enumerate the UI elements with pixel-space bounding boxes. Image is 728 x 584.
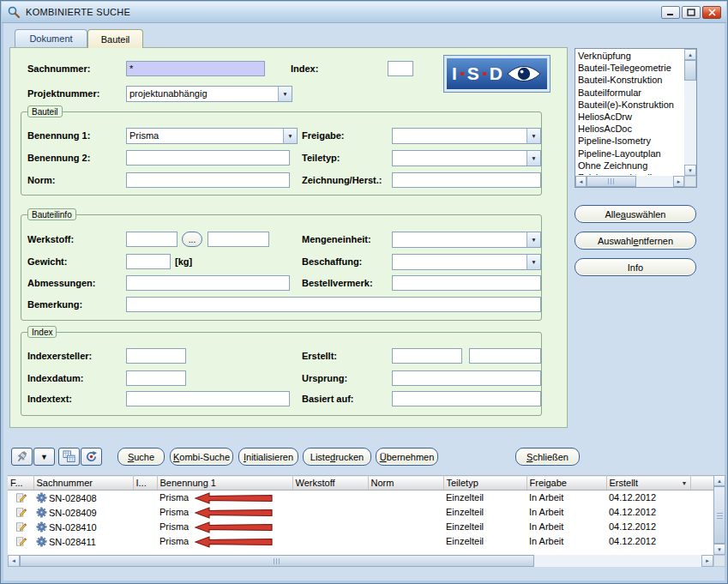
kombi-suche-button[interactable]: Kombi-Suche [170,448,233,466]
beschaffung-combobox[interactable]: ▼ [392,254,541,270]
alle-auswaehlen-button[interactable]: Alle auswählen [575,205,696,223]
teiletyp-combobox[interactable]: ▼ [392,150,541,166]
label-part: nitialisieren [246,452,293,462]
refresh-button[interactable] [81,448,102,466]
list-item[interactable]: HeliosAcDrw [576,111,683,123]
scroll-down-button[interactable]: ▼ [713,544,725,555]
ursprung-input[interactable] [392,370,541,386]
bestellvermerk-input[interactable] [392,275,541,291]
benennung1-combobox[interactable]: Prisma ▼ [126,128,298,144]
pin-toggle-button[interactable] [11,448,33,466]
mengeneinheit-combobox[interactable]: ▼ [392,232,541,248]
indextext-input[interactable] [126,391,290,406]
table-row[interactable]: SN-028408 Prisma Einzelteil In Arbeit 04… [8,491,713,505]
sort-filter-button[interactable]: ▼ [33,448,55,466]
zeichnung-herst-input[interactable] [392,172,541,188]
list-item[interactable]: Ohne Zeichnung [576,160,683,172]
chevron-down-icon[interactable]: ▼ [526,151,540,166]
col-f[interactable]: F... [8,476,33,491]
norm-input[interactable] [126,172,290,188]
basiert-auf-input[interactable] [392,391,541,406]
chevron-down-icon[interactable]: ▼ [283,129,297,143]
table-row[interactable]: SN-028410 Prisma Einzelteil In Arbeit 04… [8,520,713,534]
initialisieren-button[interactable]: Initialisieren [238,448,298,466]
list-item[interactable]: Pipeline-Layoutplan [576,148,683,160]
close-icon [708,9,716,16]
scroll-right-button[interactable]: ► [673,176,684,187]
cell-erstellt: 04.12.2012 [606,491,690,505]
vscroll-thumb[interactable] [684,60,696,81]
scroll-up-button[interactable]: ▲ [713,475,725,486]
index-input[interactable] [388,61,413,76]
table-copy-button[interactable] [58,448,80,466]
titlebar[interactable]: KOMBINIERTE SUCHE [2,2,726,23]
chevron-down-icon[interactable]: ▼ [278,87,292,101]
col-norm[interactable]: Norm [368,476,443,491]
col-teiletyp[interactable]: Teiletyp [443,476,526,491]
indexdatum-input[interactable] [126,370,186,386]
benennung2-input[interactable] [126,150,290,166]
col-filler [690,476,713,491]
scroll-left-button[interactable]: ◄ [8,555,20,567]
info-button[interactable]: Info [575,258,696,276]
col-benennung[interactable]: Benennung 1 [157,476,292,491]
indexersteller-input[interactable] [126,348,186,364]
gewicht-input[interactable] [126,254,171,269]
schliessen-button[interactable]: Schließen [515,448,580,466]
scroll-up-button[interactable]: ▲ [684,49,696,60]
erstellt-input-2[interactable] [469,348,541,364]
list-item[interactable]: Zeichnung aktuell [576,172,683,175]
isd-dot [483,72,486,75]
col-erstellt[interactable]: Erstellt▼ [606,476,690,491]
col-freigabe[interactable]: Freigabe [526,476,606,491]
hscroll-thumb[interactable] [20,555,534,567]
vscroll-thumb[interactable] [713,486,725,544]
auswahl-entfernen-button[interactable]: Auswahl entfernen [575,232,696,250]
suche-button[interactable]: Suche [117,448,165,466]
results-vscrollbar[interactable]: ▲ ▼ [713,475,725,555]
indexersteller-label: Indexersteller: [27,351,92,361]
list-item[interactable]: Bauteil-Teilegeometrie [576,62,683,74]
list-vscrollbar[interactable]: ▲ ▼ [684,49,696,176]
col-werkstoff[interactable]: Werkstoff [292,476,368,491]
close-button[interactable] [702,6,721,19]
isd-letter-i: I [452,63,457,84]
chevron-down-icon[interactable]: ▼ [526,232,540,247]
verknuepfung-header[interactable]: Verknüpfung [576,50,683,62]
label-part: Liste [310,452,330,462]
abmessungen-input[interactable] [126,275,290,291]
projektnummer-combobox[interactable]: projektunabhängig ▼ [126,86,292,102]
list-hscrollbar[interactable]: ◄ ► [575,176,684,187]
erstellt-input-1[interactable] [392,348,462,364]
list-item[interactable]: Bauteilformular [576,87,683,99]
tab-bauteil[interactable]: Bauteil [87,29,143,48]
list-item[interactable]: Bauteil-Konstruktion [576,74,683,86]
col-index[interactable]: I... [133,476,157,491]
chevron-down-icon[interactable]: ▼ [526,129,540,143]
werkstoff-input[interactable] [126,232,177,247]
table-row[interactable]: SN-028409 Prisma Einzelteil In Arbeit 04… [8,505,713,520]
maximize-button[interactable] [682,6,701,19]
chevron-down-icon[interactable]: ▼ [526,255,540,269]
werkstoff-browse-button[interactable]: ... [182,232,202,247]
freigabe-combobox[interactable]: ▼ [392,128,541,144]
bemerkung-input[interactable] [126,297,541,312]
col-sachnummer[interactable]: Sachnummer [33,476,133,491]
scroll-right-button[interactable]: ► [701,555,713,567]
scroll-down-button[interactable]: ▼ [684,165,696,176]
cell-f [8,491,33,505]
results-hscrollbar[interactable]: ◄ ► [8,555,713,567]
sachnummer-input[interactable] [126,61,265,76]
list-item[interactable]: Bauteil(e)-Konstruktion [576,99,683,111]
list-item[interactable]: Pipeline-Isometry [576,135,683,147]
hscroll-thumb[interactable] [587,176,636,187]
list-item[interactable]: HeliosAcDoc [576,123,683,135]
uebernehmen-button[interactable]: Übernehmen [376,448,438,466]
table-row[interactable]: SN-028411 Prisma Einzelteil In Arbeit 04… [8,534,713,549]
scroll-left-button[interactable]: ◄ [575,176,587,187]
minimize-button[interactable] [661,6,680,19]
werkstoff-input-2[interactable] [208,232,269,247]
liste-drucken-button[interactable]: Liste drucken [303,448,371,466]
tab-dokument[interactable]: Dokument [15,29,87,47]
arrow-left-icon: ◄ [579,179,584,184]
